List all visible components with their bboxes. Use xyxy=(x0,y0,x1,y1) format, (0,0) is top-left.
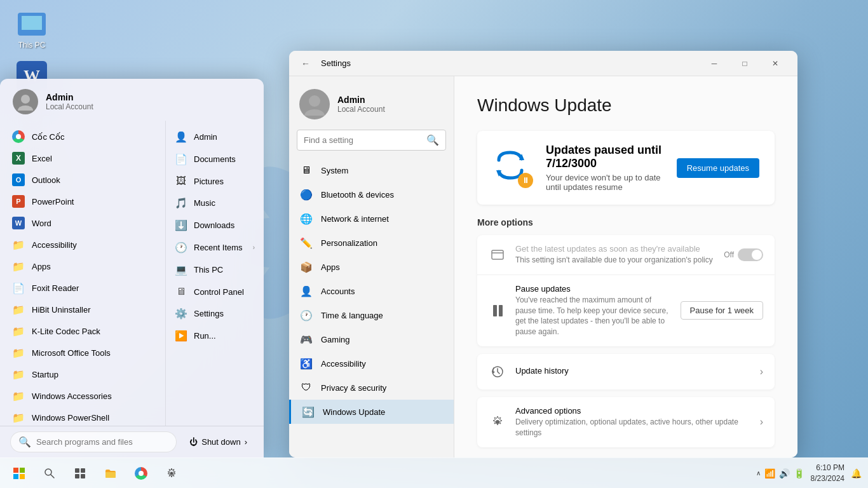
start-right-label-downloads: Downloads xyxy=(194,220,234,230)
start-app-winaccessories[interactable]: 📁Windows Accessories xyxy=(6,385,159,407)
start-menu-user-info: Admin Local Account xyxy=(46,92,93,111)
svg-line-25 xyxy=(51,475,54,478)
window-close-button[interactable]: ✕ xyxy=(761,53,790,74)
start-app-icon-winpowershell: 📁 xyxy=(11,410,25,424)
start-search-input[interactable] xyxy=(36,437,168,447)
start-app-excel[interactable]: XExcel xyxy=(6,147,159,169)
window-minimize-button[interactable]: ─ xyxy=(700,53,729,74)
settings-search-bar[interactable]: 🔍 xyxy=(297,130,446,151)
start-app-icon-outlook: O xyxy=(11,173,25,187)
sidebar-item-network[interactable]: 🌐Network & internet xyxy=(289,207,454,231)
update-status-card: ⏸ Updates paused until 7/12/3000 Your de… xyxy=(477,131,775,205)
task-view-button[interactable] xyxy=(67,461,93,486)
start-app-klite[interactable]: 📁K-Lite Codec Pack xyxy=(6,320,159,342)
start-right-icon-music: 🎵 xyxy=(175,197,187,209)
sidebar-item-personalization[interactable]: ✏️Personalization xyxy=(289,231,454,255)
start-right-icon-documents: 📄 xyxy=(175,153,187,165)
start-app-foxit-reader[interactable]: 📄Foxit Reader xyxy=(6,277,159,299)
start-apps-list: Cốc CốcXExcelOOutlookPPowerPointWWord📁Ac… xyxy=(0,121,165,426)
start-app-startup[interactable]: 📁Startup xyxy=(6,363,159,385)
sidebar-item-accounts[interactable]: 👤Accounts xyxy=(289,279,454,303)
pause-badge: ⏸ xyxy=(518,173,533,188)
start-app-label-word: Word xyxy=(32,219,51,228)
start-right-icon-control-panel: 🖥 xyxy=(175,286,187,297)
svg-rect-27 xyxy=(81,468,85,473)
start-menu-right-panel: 👤Admin📄Documents🖼Pictures🎵Music⬇️Downloa… xyxy=(165,121,264,426)
sidebar-item-apps[interactable]: 📦Apps xyxy=(289,255,454,279)
start-right-settings[interactable]: ⚙️Settings xyxy=(166,302,264,325)
file-explorer-button[interactable] xyxy=(98,461,123,486)
start-right-control-panel[interactable]: 🖥Control Panel xyxy=(166,281,264,302)
start-menu-user-area: Admin Local Account xyxy=(0,79,264,121)
start-right-recent-items[interactable]: 🕐Recent Items› xyxy=(166,236,264,259)
start-right-icon-pictures: 🖼 xyxy=(175,175,187,187)
coccoc-taskbar-button[interactable] xyxy=(128,461,154,486)
start-app-apps[interactable]: 📁Apps xyxy=(6,255,159,277)
option-row-pause-updates: Pause updates You've reached the maximum… xyxy=(477,275,775,346)
search-taskbar-button[interactable] xyxy=(37,461,62,486)
start-menu-avatar xyxy=(13,89,38,114)
nav-icon-accounts: 👤 xyxy=(299,284,313,298)
start-app-winpowershell[interactable]: 📁Windows PowerShell xyxy=(6,407,159,426)
toggle-off-label: Off xyxy=(724,250,734,259)
desktop-icon-this-pc[interactable]: This PC xyxy=(6,6,57,52)
option-row-update-history[interactable]: Update history › xyxy=(477,354,775,390)
start-right-music[interactable]: 🎵Music xyxy=(166,192,264,214)
window-titlebar: ← Settings ─ □ ✕ xyxy=(289,51,797,76)
start-right-this-pc[interactable]: 💻This PC xyxy=(166,259,264,281)
clock[interactable]: 6:10 PM 8/23/2024 xyxy=(808,461,847,485)
sidebar-item-accessibility[interactable]: ♿Accessibility xyxy=(289,351,454,376)
window-back-button[interactable]: ← xyxy=(297,55,315,72)
notification-icon[interactable]: 🔔 xyxy=(851,468,862,478)
pause-updates-icon xyxy=(489,302,506,320)
start-right-downloads[interactable]: ⬇️Downloads xyxy=(166,214,264,236)
tray-arrow[interactable]: ∧ xyxy=(756,470,761,477)
start-app-label-apps: Apps xyxy=(32,262,51,271)
start-app-label-winpowershell: Windows PowerShell xyxy=(32,413,109,423)
sidebar-item-bluetooth[interactable]: 🔵Bluetooth & devices xyxy=(289,182,454,207)
settings-main: Windows Update ⏸ Updates paused until xyxy=(454,76,797,458)
start-app-outlook[interactable]: OOutlook xyxy=(6,169,159,191)
update-history-chevron: › xyxy=(760,366,763,377)
window-title: Settings xyxy=(321,58,351,68)
start-search-bar[interactable]: 🔍 xyxy=(10,431,177,452)
start-menu-bottom: 🔍 ⏻ Shut down › xyxy=(0,426,264,458)
settings-search-input[interactable] xyxy=(304,135,421,145)
option-row-advanced-options[interactable]: Advanced options Delivery optimization, … xyxy=(477,397,775,447)
start-app-word[interactable]: WWord xyxy=(6,212,159,234)
start-right-label-music: Music xyxy=(194,198,215,208)
start-app-icon-startup: 📁 xyxy=(11,367,25,381)
arrow-right-icon: › xyxy=(253,244,255,251)
start-app-accessibility[interactable]: 📁Accessibility xyxy=(6,234,159,255)
start-button[interactable] xyxy=(6,461,32,486)
start-right-pictures[interactable]: 🖼Pictures xyxy=(166,170,264,192)
settings-taskbar-button[interactable] xyxy=(159,461,184,486)
update-icon-container: ⏸ xyxy=(492,147,533,188)
sidebar-item-privacy[interactable]: 🛡Privacy & security xyxy=(289,376,454,400)
start-right-run[interactable]: ▶️Run... xyxy=(166,325,264,347)
toggle-track[interactable] xyxy=(738,248,763,261)
start-app-hibit[interactable]: 📁HiBit Uninstaller xyxy=(6,299,159,320)
taskbar-left xyxy=(6,461,184,486)
window-maximize-button[interactable]: □ xyxy=(730,53,759,74)
pause-for-week-button[interactable]: Pause for 1 week xyxy=(681,301,763,320)
desktop-icon-label: This PC xyxy=(18,41,46,50)
start-right-documents[interactable]: 📄Documents xyxy=(166,148,264,170)
resume-updates-button[interactable]: Resume updates xyxy=(677,158,759,178)
start-right-admin[interactable]: 👤Admin xyxy=(166,126,264,148)
sidebar-item-windows-update[interactable]: 🔄Windows Update xyxy=(289,400,454,424)
volume-icon[interactable]: 🔊 xyxy=(779,468,790,478)
start-app-msoffice[interactable]: 📁Microsoft Office Tools xyxy=(6,342,159,363)
window-controls: ─ □ ✕ xyxy=(700,53,790,74)
latest-updates-toggle[interactable]: Off xyxy=(724,248,763,261)
sidebar-item-time[interactable]: 🕐Time & language xyxy=(289,303,454,327)
nav-label-network: Network & internet xyxy=(321,214,389,224)
shutdown-button[interactable]: ⏻ Shut down › xyxy=(183,433,254,451)
start-app-powerpoint[interactable]: PPowerPoint xyxy=(6,191,159,212)
chevron-right-icon: › xyxy=(760,416,763,427)
sidebar-item-gaming[interactable]: 🎮Gaming xyxy=(289,327,454,351)
sidebar-item-system[interactable]: 🖥System xyxy=(289,158,454,182)
advanced-options-chevron: › xyxy=(760,416,763,428)
start-app-coccoc[interactable]: Cốc Cốc xyxy=(6,126,159,147)
nav-icon-bluetooth: 🔵 xyxy=(299,187,313,201)
